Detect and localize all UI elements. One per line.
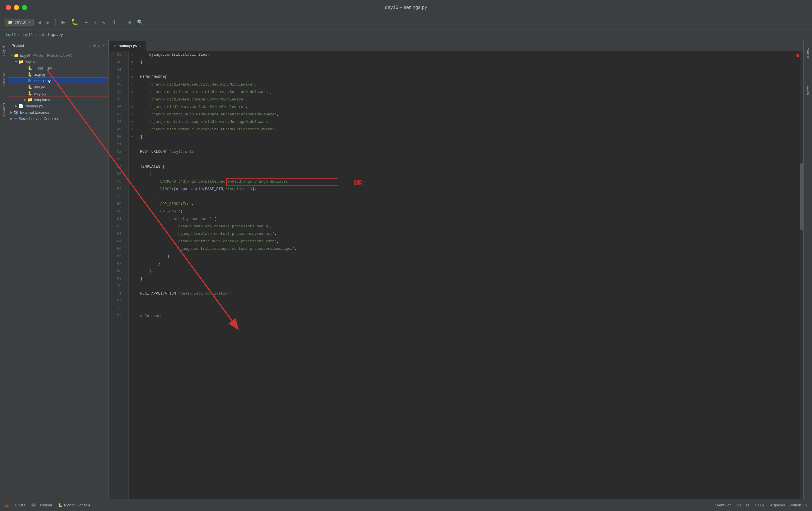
tree-urls-label: urls.py — [34, 85, 45, 89]
tree-item-wsgi[interactable]: 🐍 wsgi.py — [8, 90, 108, 96]
editor-tab-settings[interactable]: ⚙ settings.py × — [109, 41, 146, 51]
tree-item-root[interactable]: ▼ 📁 day16 ~/PycharmProjects/gx/day16 — [8, 52, 108, 59]
close-panel-icon[interactable]: × — [103, 43, 105, 48]
tab-close-button[interactable]: × — [139, 44, 141, 48]
tree-wsgi-label: wsgi.py — [34, 91, 46, 96]
sidebar-title: Project — [11, 43, 24, 48]
todo-label: TODO — [14, 503, 25, 507]
tab-label-settings: settings.py — [119, 44, 137, 48]
structure-tab[interactable]: Structure — [1, 70, 7, 89]
tree-item-urls[interactable]: 🐍 urls.py — [8, 84, 108, 90]
indent-item[interactable]: 4 spaces — [770, 503, 785, 507]
code-line-64: 'django.contrib.auth.context_processors.… — [140, 238, 803, 245]
terminal-icon: ⌨ — [31, 503, 36, 507]
coverage-button[interactable]: ☂ — [83, 18, 89, 27]
code-line-50: ] — [140, 133, 803, 141]
project-chip-icon: 📁 — [8, 20, 12, 25]
python-console-icon: 🐍 — [58, 503, 62, 507]
collapse-icon[interactable]: ⊟ — [94, 43, 96, 48]
py-file-icon-init: 🐍 — [28, 66, 32, 70]
tree-templates-label: templates — [34, 98, 50, 102]
chevron-down-icon: ▾ — [28, 20, 30, 25]
editor-tabs: ⚙ settings.py × — [109, 40, 803, 51]
code-editor: 3940414243 4445464748 4950515253 5455565… — [109, 51, 803, 499]
todo-item[interactable]: ⚠ 6 TODO — [5, 502, 25, 508]
scroll-thumb[interactable] — [800, 163, 803, 230]
code-line-53 — [140, 156, 803, 163]
tree-item-templates[interactable]: ▶ 📁 templates — [8, 96, 108, 103]
line-col-item[interactable]: 1:1 — [736, 503, 742, 507]
day16-folder-icon: 📁 — [18, 59, 23, 64]
reload-button[interactable]: ↻ — [100, 18, 107, 27]
root-path: ~/PycharmProjects/gx/day16 — [32, 54, 72, 57]
tree-item-manage[interactable]: ▶ 📄 manage.py — [8, 103, 108, 109]
error-indicator — [796, 54, 800, 57]
code-line-41 — [140, 66, 803, 73]
tree-item-init[interactable]: 🐍 __init__.py — [8, 65, 108, 71]
project-chip[interactable]: 📁 day16 ▾ — [5, 19, 34, 26]
settings-file-icon: ⚙ — [28, 79, 31, 83]
stop-button[interactable]: ⏸ — [109, 18, 118, 26]
debug-button[interactable]: 🐛 — [69, 17, 80, 27]
project-tab[interactable]: Project — [1, 43, 7, 59]
statusbar: ⚠ 6 TODO ⌨ Terminal 🐍 Python Console Eve… — [0, 499, 812, 511]
tree-item-asgi[interactable]: 🐍 asgi.py — [8, 71, 108, 78]
manage-file-icon: 📄 — [18, 103, 23, 108]
settings-button[interactable]: ⚙ — [126, 18, 133, 27]
terminal-item[interactable]: ⌨ Terminal — [31, 503, 52, 507]
indent-label: 4 spaces — [770, 503, 785, 507]
breadcrumb-item-2[interactable]: day16 — [22, 33, 33, 37]
scratches-icon: ✏ — [14, 116, 17, 121]
add-icon[interactable]: + — [800, 5, 803, 10]
database-tab[interactable]: Database — [805, 42, 811, 62]
search-button[interactable]: 🔍 — [135, 18, 145, 27]
code-line-49: 'django.middleware.clickjacking.XFrameOp… — [140, 126, 803, 133]
line-numbers: 3940414243 4445464748 4950515253 5455565… — [109, 51, 128, 499]
tree-item-external-libs[interactable]: ▶ 📚 External Libraries — [8, 109, 108, 115]
maximize-button[interactable] — [22, 5, 27, 10]
code-line-72 — [140, 297, 803, 305]
code-line-51 — [140, 141, 803, 148]
back-button[interactable]: ◀ — [36, 18, 42, 27]
sciview-tab[interactable]: SciView — [805, 84, 811, 100]
python-version-label: Python 3.9 — [790, 503, 807, 507]
run-button[interactable]: ▶ — [60, 17, 67, 27]
scroll-indicator — [800, 51, 803, 499]
code-line-73 — [140, 305, 803, 312]
statusbar-left: ⚠ 6 TODO ⌨ Terminal 🐍 Python Console — [5, 502, 709, 508]
code-content[interactable]: django.contrib.staticfiles, ] MIDDLEWARE… — [136, 51, 803, 499]
code-line-62: 'django.template.context_processors.debu… — [140, 223, 803, 230]
sidebar: Project ◎ ⊟ ⚙ × ▼ 📁 day16 ~/PycharmProje… — [8, 40, 109, 499]
forward-button[interactable]: ▶ — [45, 18, 51, 27]
profile-button[interactable]: ⚡ — [92, 18, 98, 27]
code-line-45: 'django.middleware.common.CommonMiddlewa… — [140, 96, 803, 103]
lf-item[interactable]: LF — [746, 503, 750, 507]
minimize-button[interactable] — [14, 5, 19, 10]
py-file-icon-wsgi: 🐍 — [28, 91, 32, 96]
locate-icon[interactable]: ◎ — [89, 43, 91, 48]
main-layout: Project Structure Favorites Project ◎ ⊟ … — [0, 40, 812, 499]
python-version-item[interactable]: Python 3.9 — [790, 503, 807, 507]
py-file-icon-asgi: 🐍 — [28, 72, 32, 77]
close-button[interactable] — [6, 5, 11, 10]
sidebar-header: Project ◎ ⊟ ⚙ × — [8, 40, 108, 51]
encoding-item[interactable]: UTF-8 — [755, 503, 765, 507]
code-line-46: 'django.middleware.csrf.CsrfViewMiddlewa… — [140, 103, 803, 111]
settings-gear-icon[interactable]: ⚙ — [98, 43, 100, 48]
tree-ext-libs-label: External Libraries — [20, 110, 49, 115]
code-line-47: 'django.contrib.auth.middleware.Authenti… — [140, 111, 803, 118]
favorites-tab[interactable]: Favorites — [1, 100, 7, 119]
breadcrumb-item-1[interactable]: day16 — [5, 33, 16, 37]
ext-libs-icon: 📚 — [14, 110, 19, 115]
breadcrumb-item-3[interactable]: settings.py — [38, 33, 63, 37]
python-console-item[interactable]: 🐍 Python Console — [58, 503, 90, 507]
tree-arrow-templates: ▶ — [23, 98, 28, 101]
tree-item-scratches[interactable]: ▶ ✏ Scratches and Consoles — [8, 115, 108, 122]
event-log-item[interactable]: Event Log — [715, 503, 732, 507]
encoding-label: UTF-8 — [755, 503, 765, 507]
right-panels: Database SciView — [803, 40, 812, 499]
tree-item-day16[interactable]: ▼ 📁 day16 — [8, 59, 108, 65]
error-indicators — [796, 51, 800, 57]
code-line-57: 'DIRS': [os.path.join(BASE_DIR, 'templat… — [140, 185, 803, 193]
tree-item-settings[interactable]: ⚙ settings.py — [8, 78, 108, 84]
